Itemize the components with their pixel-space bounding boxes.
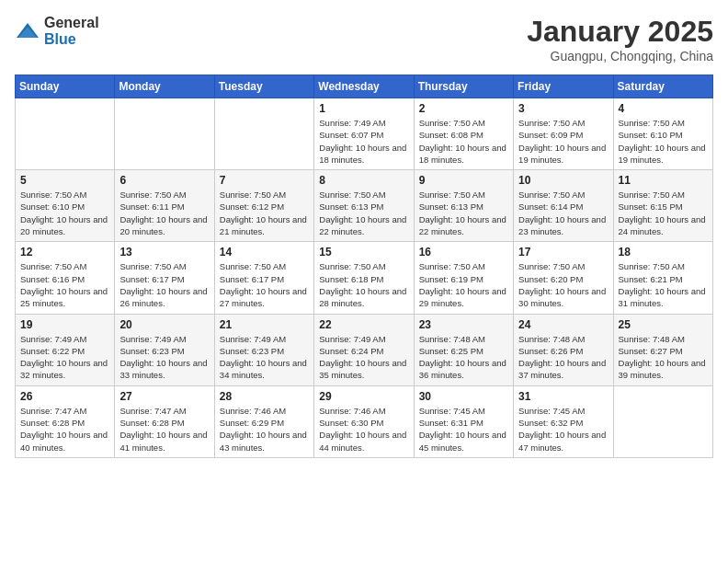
calendar-title: January 2025 xyxy=(527,15,713,49)
day-number: 10 xyxy=(518,174,608,187)
day-number: 5 xyxy=(20,174,109,187)
calendar-cell: 11Sunrise: 7:50 AM Sunset: 6:15 PM Dayli… xyxy=(613,170,712,242)
day-number: 2 xyxy=(419,102,508,115)
day-info: Sunrise: 7:45 AM Sunset: 6:31 PM Dayligh… xyxy=(419,405,508,454)
calendar-week-row: 12Sunrise: 7:50 AM Sunset: 6:16 PM Dayli… xyxy=(16,242,713,314)
day-number: 3 xyxy=(518,102,608,115)
calendar-cell: 17Sunrise: 7:50 AM Sunset: 6:20 PM Dayli… xyxy=(514,242,613,314)
day-info: Sunrise: 7:49 AM Sunset: 6:24 PM Dayligh… xyxy=(319,333,408,382)
day-number: 29 xyxy=(319,390,408,403)
day-number: 18 xyxy=(619,246,708,259)
title-block: January 2025 Guangpu, Chongqing, China xyxy=(527,15,713,63)
logo-blue-text: Blue xyxy=(44,31,76,47)
day-number: 8 xyxy=(319,174,408,187)
day-info: Sunrise: 7:50 AM Sunset: 6:15 PM Dayligh… xyxy=(619,189,708,237)
day-info: Sunrise: 7:50 AM Sunset: 6:08 PM Dayligh… xyxy=(419,117,508,166)
day-number: 9 xyxy=(419,174,508,187)
day-info: Sunrise: 7:50 AM Sunset: 6:21 PM Dayligh… xyxy=(619,260,708,309)
weekday-header-tuesday: Tuesday xyxy=(214,75,313,98)
calendar-week-row: 5Sunrise: 7:50 AM Sunset: 6:10 PM Daylig… xyxy=(16,170,713,242)
calendar-cell: 21Sunrise: 7:49 AM Sunset: 6:23 PM Dayli… xyxy=(214,314,313,385)
calendar-cell: 7Sunrise: 7:50 AM Sunset: 6:12 PM Daylig… xyxy=(214,170,313,242)
day-info: Sunrise: 7:50 AM Sunset: 6:17 PM Dayligh… xyxy=(220,260,309,309)
day-number: 24 xyxy=(518,318,608,331)
day-info: Sunrise: 7:47 AM Sunset: 6:28 PM Dayligh… xyxy=(119,405,209,454)
day-info: Sunrise: 7:48 AM Sunset: 6:26 PM Dayligh… xyxy=(518,333,608,382)
day-number: 11 xyxy=(619,174,708,187)
day-number: 21 xyxy=(220,318,309,331)
calendar-cell: 8Sunrise: 7:50 AM Sunset: 6:13 PM Daylig… xyxy=(314,170,414,242)
day-number: 27 xyxy=(119,390,209,403)
weekday-header-saturday: Saturday xyxy=(613,75,712,98)
calendar-week-row: 19Sunrise: 7:49 AM Sunset: 6:22 PM Dayli… xyxy=(16,314,713,385)
logo: General Blue xyxy=(15,15,99,48)
day-number: 15 xyxy=(319,246,408,259)
day-number: 30 xyxy=(419,390,508,403)
day-number: 25 xyxy=(619,318,708,331)
day-info: Sunrise: 7:50 AM Sunset: 6:13 PM Dayligh… xyxy=(319,189,408,237)
day-info: Sunrise: 7:49 AM Sunset: 6:22 PM Dayligh… xyxy=(20,333,109,382)
calendar-cell: 12Sunrise: 7:50 AM Sunset: 6:16 PM Dayli… xyxy=(16,242,115,314)
day-info: Sunrise: 7:50 AM Sunset: 6:13 PM Dayligh… xyxy=(419,189,508,237)
day-number: 7 xyxy=(220,174,309,187)
day-info: Sunrise: 7:50 AM Sunset: 6:10 PM Dayligh… xyxy=(20,189,109,237)
calendar-cell: 23Sunrise: 7:48 AM Sunset: 6:25 PM Dayli… xyxy=(414,314,513,385)
day-info: Sunrise: 7:50 AM Sunset: 6:12 PM Dayligh… xyxy=(220,189,309,237)
day-info: Sunrise: 7:49 AM Sunset: 6:23 PM Dayligh… xyxy=(119,333,209,382)
calendar-cell: 3Sunrise: 7:50 AM Sunset: 6:09 PM Daylig… xyxy=(514,98,613,170)
day-number: 17 xyxy=(518,246,608,259)
calendar-cell: 15Sunrise: 7:50 AM Sunset: 6:18 PM Dayli… xyxy=(314,242,414,314)
weekday-header-sunday: Sunday xyxy=(16,75,115,98)
day-number: 31 xyxy=(518,390,608,403)
calendar-cell: 16Sunrise: 7:50 AM Sunset: 6:19 PM Dayli… xyxy=(414,242,513,314)
day-number: 22 xyxy=(319,318,408,331)
calendar-cell: 29Sunrise: 7:46 AM Sunset: 6:30 PM Dayli… xyxy=(314,385,414,457)
logo-general-text: General xyxy=(44,15,99,30)
calendar-cell: 20Sunrise: 7:49 AM Sunset: 6:23 PM Dayli… xyxy=(115,314,214,385)
day-info: Sunrise: 7:50 AM Sunset: 6:11 PM Dayligh… xyxy=(119,189,209,237)
calendar-cell: 19Sunrise: 7:49 AM Sunset: 6:22 PM Dayli… xyxy=(16,314,115,385)
day-number: 13 xyxy=(119,246,209,259)
day-info: Sunrise: 7:48 AM Sunset: 6:27 PM Dayligh… xyxy=(619,333,708,382)
calendar-cell xyxy=(214,98,313,170)
day-number: 26 xyxy=(20,390,109,403)
logo-icon xyxy=(15,21,40,41)
calendar-cell: 30Sunrise: 7:45 AM Sunset: 6:31 PM Dayli… xyxy=(414,385,513,457)
calendar-cell xyxy=(115,98,214,170)
weekday-header-thursday: Thursday xyxy=(414,75,513,98)
weekday-header-friday: Friday xyxy=(514,75,613,98)
day-info: Sunrise: 7:47 AM Sunset: 6:28 PM Dayligh… xyxy=(20,405,109,454)
day-number: 19 xyxy=(20,318,109,331)
day-number: 28 xyxy=(220,390,309,403)
day-info: Sunrise: 7:50 AM Sunset: 6:17 PM Dayligh… xyxy=(119,260,209,309)
day-number: 6 xyxy=(119,174,209,187)
day-info: Sunrise: 7:50 AM Sunset: 6:18 PM Dayligh… xyxy=(319,260,408,309)
day-info: Sunrise: 7:45 AM Sunset: 6:32 PM Dayligh… xyxy=(518,405,608,454)
day-info: Sunrise: 7:50 AM Sunset: 6:14 PM Dayligh… xyxy=(518,189,608,237)
calendar-cell: 10Sunrise: 7:50 AM Sunset: 6:14 PM Dayli… xyxy=(514,170,613,242)
calendar-cell: 2Sunrise: 7:50 AM Sunset: 6:08 PM Daylig… xyxy=(414,98,513,170)
day-info: Sunrise: 7:50 AM Sunset: 6:19 PM Dayligh… xyxy=(419,260,508,309)
day-info: Sunrise: 7:50 AM Sunset: 6:20 PM Dayligh… xyxy=(518,260,608,309)
day-number: 4 xyxy=(619,102,708,115)
calendar-cell: 28Sunrise: 7:46 AM Sunset: 6:29 PM Dayli… xyxy=(214,385,313,457)
calendar-cell xyxy=(613,385,712,457)
day-info: Sunrise: 7:50 AM Sunset: 6:10 PM Dayligh… xyxy=(619,117,708,166)
calendar-cell: 4Sunrise: 7:50 AM Sunset: 6:10 PM Daylig… xyxy=(613,98,712,170)
day-info: Sunrise: 7:48 AM Sunset: 6:25 PM Dayligh… xyxy=(419,333,508,382)
calendar-cell: 18Sunrise: 7:50 AM Sunset: 6:21 PM Dayli… xyxy=(613,242,712,314)
day-number: 14 xyxy=(220,246,309,259)
day-info: Sunrise: 7:50 AM Sunset: 6:09 PM Dayligh… xyxy=(518,117,608,166)
day-info: Sunrise: 7:50 AM Sunset: 6:16 PM Dayligh… xyxy=(20,260,109,309)
day-info: Sunrise: 7:49 AM Sunset: 6:07 PM Dayligh… xyxy=(319,117,408,166)
day-info: Sunrise: 7:46 AM Sunset: 6:30 PM Dayligh… xyxy=(319,405,408,454)
calendar-cell: 26Sunrise: 7:47 AM Sunset: 6:28 PM Dayli… xyxy=(16,385,115,457)
page-header: General Blue January 2025 Guangpu, Chong… xyxy=(15,15,713,63)
calendar-week-row: 1Sunrise: 7:49 AM Sunset: 6:07 PM Daylig… xyxy=(16,98,713,170)
calendar-cell: 13Sunrise: 7:50 AM Sunset: 6:17 PM Dayli… xyxy=(115,242,214,314)
calendar-cell: 31Sunrise: 7:45 AM Sunset: 6:32 PM Dayli… xyxy=(514,385,613,457)
day-number: 12 xyxy=(20,246,109,259)
weekday-header-monday: Monday xyxy=(115,75,214,98)
day-number: 1 xyxy=(319,102,408,115)
calendar-cell: 24Sunrise: 7:48 AM Sunset: 6:26 PM Dayli… xyxy=(514,314,613,385)
